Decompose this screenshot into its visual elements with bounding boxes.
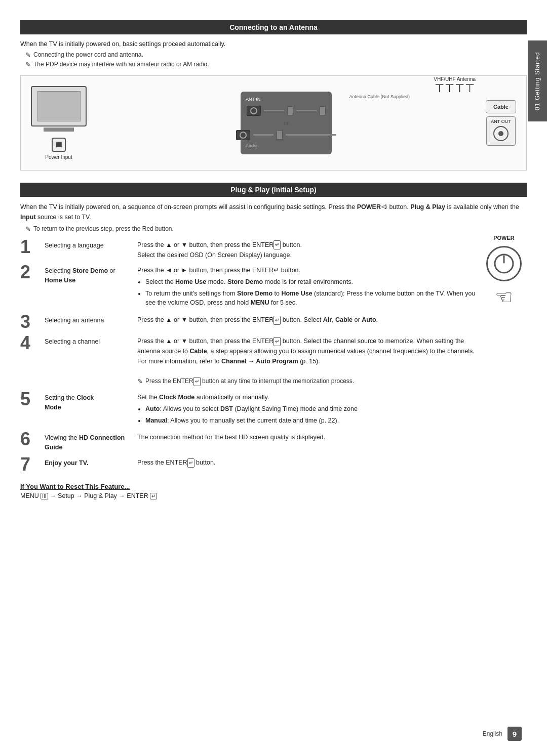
power-button-illustration: POWER ☜: [481, 235, 527, 499]
port-circle-2: [240, 132, 247, 139]
step-5-label: Setting the Clock Mode: [45, 392, 133, 412]
setup-text: Setup: [58, 492, 74, 499]
step-4-desc: Press the ▲ or ▼ button, then press the …: [137, 336, 477, 387]
footer-page-number: 9: [507, 727, 522, 741]
step-5-clock: Clock: [76, 394, 94, 401]
step-2-bullet-1: Select the Home Use mode. Store Demo mod…: [145, 277, 477, 287]
enter-icon-1: ↵: [274, 240, 281, 249]
power-input-label: Power Input: [45, 154, 72, 160]
step-2-label: Selecting Store Demo or Home Use: [45, 265, 133, 285]
pencil-icon2: ✎: [25, 61, 31, 68]
cable-connector-2: [320, 106, 326, 115]
step-1-desc: Press the ▲ or ▼ button, then press the …: [137, 240, 477, 260]
tv-device-group: ⬛ Power Input: [31, 86, 87, 160]
arrow3: →: [119, 492, 127, 499]
cable-connector-1: [287, 106, 293, 115]
antenna-note2-text: Connecting the power cord and antenna.: [33, 51, 143, 58]
enter-text: ENTER: [127, 492, 148, 499]
step-2-number: 2: [20, 263, 41, 281]
intro-text-5: is available only when the: [447, 203, 519, 211]
tv-stand: [44, 128, 74, 132]
chapter-tab: 01 Getting Started: [528, 40, 547, 121]
antenna-note3-text: The PDP device may interfere with an ama…: [33, 61, 209, 68]
step-7-desc: Press the ENTER↵ button.: [137, 457, 477, 468]
step-6-row: 6 Viewing the HD Connection Guide The co…: [20, 432, 477, 452]
intro-text-1: When the TV is initially powered on, a s…: [20, 203, 355, 211]
antenna-pencil-note2: ✎ Connecting the power cord and antenna.: [25, 51, 527, 59]
menu-icon: III: [41, 493, 48, 499]
plug-play-text: Plug & Play: [84, 492, 117, 499]
step-7-label: Enjoy your TV.: [45, 457, 133, 468]
vhf-group: VHF/UHF Antenna ⊤⊤⊤⊤: [434, 76, 476, 95]
step-4-row: 4 Selecting a channel Press the ▲ or ▼ b…: [20, 336, 477, 387]
step-3-row: 3 Selecting an antenna Press the ▲ or ▼ …: [20, 315, 477, 331]
enter-icon-reset: ↵: [150, 493, 157, 499]
menu-text: MENU: [20, 492, 39, 499]
step-4-number: 4: [20, 334, 41, 352]
cable-h-line-3: [253, 134, 274, 136]
or-text: or: [284, 120, 289, 126]
step-6-label-start: Viewing the: [45, 434, 79, 441]
step-5-label-start: Setting the: [45, 394, 76, 401]
step-7-number: 7: [20, 455, 41, 474]
back-note-text: To return to the previous step, press th…: [33, 225, 174, 232]
step-3-desc: Press the ▲ or ▼ button, then press the …: [137, 315, 477, 325]
step-5-bullet-2: Manual: Allows you to manually set the c…: [145, 416, 477, 426]
port-row-2: [236, 130, 336, 140]
antenna-icon: ⊤⊤⊤⊤: [434, 82, 476, 95]
antenna-note1: When the TV is initially powered on, bas…: [20, 39, 527, 49]
step-1-desc-text: Select the desired OSD (On Screen Displa…: [137, 251, 292, 259]
pencil-icon1: ✎: [25, 51, 31, 59]
step-1-row: 1 Selecting a language Press the ▲ or ▼ …: [20, 240, 477, 260]
antenna-diagram: ⬛ Power Input ANT IN: [20, 75, 527, 171]
cable-h-line-4: [286, 134, 336, 136]
vhf-label: VHF/UHF Antenna: [434, 76, 476, 82]
antenna-pencil-note3: ✎ The PDP device may interfere with an a…: [25, 61, 527, 68]
step-6-number: 6: [20, 430, 41, 448]
step-5-bullet-1: Auto: Allows you to select DST (Daylight…: [145, 404, 477, 414]
cable-label: Cable: [486, 100, 516, 113]
enter-icon-4b: ↵: [193, 377, 201, 386]
back-note: ✎ To return to the previous step, press …: [25, 225, 527, 233]
setup-table: 1 Selecting a language Press the ▲ or ▼ …: [20, 240, 477, 474]
audio-label: Audio: [246, 143, 257, 148]
antenna-section: Connecting to an Antenna When the TV is …: [20, 20, 527, 171]
step-1-label: Selecting a language: [45, 240, 133, 250]
chapter-title: Getting Started: [534, 52, 541, 100]
step-2-bullet-2: To return the unit's settings from Store…: [145, 289, 477, 308]
tv-screen: [37, 91, 81, 121]
page-footer: English 9: [483, 727, 522, 741]
step-6-label: Viewing the HD Connection Guide: [45, 432, 133, 452]
step-3-label: Selecting an antenna: [45, 315, 133, 325]
enter-icon-7: ↵: [187, 458, 194, 468]
step-4-subnote-text: Press the ENTER↵ button at any time to i…: [145, 376, 354, 386]
ant-out-port-inner: [498, 131, 503, 136]
reset-section: If You Want to Reset This Feature... MEN…: [20, 483, 477, 499]
step-5-mode: Mode: [45, 404, 61, 411]
step-2-press-text: Press the ◄ or ► button, then press the …: [137, 267, 300, 274]
ant-out-label: ANT OUT: [491, 119, 511, 124]
back-panel: ANT IN or: [241, 92, 332, 154]
step-5-desc: Set the Clock Mode automatically or manu…: [137, 392, 477, 428]
ant-port: [247, 106, 261, 116]
power-label: POWER: [493, 235, 515, 241]
step-5-number: 5: [20, 390, 41, 408]
step-7-enjoy: Enjoy your TV.: [45, 459, 88, 467]
pencil-icon4: ✎: [137, 376, 143, 387]
plug-play-section: Plug & Play (Initial Setup) When the TV …: [20, 183, 527, 499]
intro-text-3: button.: [389, 203, 408, 211]
port-circle: [250, 107, 257, 114]
ant-out-port: [493, 126, 509, 141]
ant-out-box: ANT OUT: [486, 116, 515, 146]
cable-h-line-2: [296, 110, 317, 111]
antenna-cable-label: Antenna Cable (Not Supplied): [349, 94, 410, 99]
step-2-bullets: Select the Home Use mode. Store Demo mod…: [145, 277, 477, 308]
step-2-store-demo: Store Demo: [72, 267, 108, 274]
tv-shape: [31, 86, 87, 127]
chapter-number: 01: [534, 102, 541, 110]
intro-power-text: POWER: [357, 203, 381, 211]
step-1-number: 1: [20, 238, 41, 256]
arrow2: →: [76, 492, 84, 499]
port-row: [247, 106, 326, 116]
setup-intro: When the TV is initially powered on, a s…: [20, 202, 527, 222]
